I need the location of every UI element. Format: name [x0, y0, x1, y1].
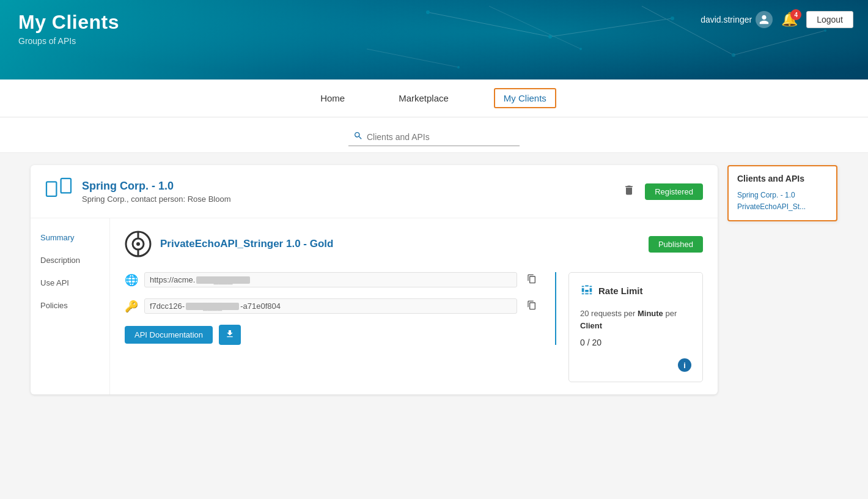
svg-rect-14	[61, 179, 71, 193]
client-name: Spring Corp. - 1.0	[82, 180, 611, 193]
globe-icon: 🌐	[125, 273, 138, 287]
key-icon: 🔑	[125, 300, 138, 313]
nav-item-my-clients[interactable]: My Clients	[494, 88, 556, 108]
svg-line-9	[734, 31, 825, 55]
api-doc-row: API Documentation	[125, 325, 540, 345]
sidebar-item-policies[interactable]: Policies	[40, 301, 100, 310]
client-description: Spring Corp., contact person: Rose Bloom	[82, 194, 611, 204]
svg-point-12	[457, 66, 460, 68]
rate-limit-title: Rate Limit	[598, 286, 643, 296]
logout-button[interactable]: Logout	[806, 11, 853, 28]
rate-limit-box: Rate Limit 20 requests per Minute per Cl…	[568, 272, 703, 382]
svg-point-17	[136, 242, 140, 246]
api-detail: PrivateEchoAPI_Stringer 1.0 - Gold Publi…	[110, 218, 718, 394]
svg-point-6	[579, 48, 582, 50]
sidebar-item-use-api[interactable]: Use API	[40, 278, 100, 287]
api-key-prefix: f7dcc126-	[150, 301, 185, 311]
rate-limit-scope: Client	[580, 321, 602, 330]
svg-point-10	[824, 29, 826, 32]
search-input[interactable]	[367, 132, 515, 142]
api-header: PrivateEchoAPI_Stringer 1.0 - Gold Publi…	[125, 231, 703, 257]
rate-limit-count: 20 requests per	[580, 309, 638, 318]
side-panel-item-0[interactable]: Spring Corp. - 1.0	[737, 190, 828, 201]
svg-point-2	[426, 10, 430, 14]
page-header: My Clients Groups of APIs david.stringer…	[0, 0, 868, 79]
svg-line-5	[489, 6, 581, 49]
svg-line-11	[367, 49, 458, 67]
username-label: david.stringer	[701, 15, 752, 24]
download-button[interactable]	[219, 325, 241, 345]
search-icon	[353, 131, 363, 143]
side-panel: Clients and APIs Spring Corp. - 1.0 Priv…	[727, 165, 837, 221]
svg-point-3	[548, 35, 552, 39]
notification-badge: 4	[790, 9, 801, 20]
rate-limit-period: Minute	[638, 309, 663, 318]
navigation-bar: Home Marketplace My Clients	[0, 79, 868, 117]
copy-url-button[interactable]	[523, 272, 540, 287]
rate-limit-per: per	[663, 309, 677, 318]
registered-status-badge: Registered	[645, 183, 703, 200]
api-name: PrivateEchoAPI_Stringer 1.0 - Gold	[160, 238, 333, 250]
rate-limit-header: Rate Limit	[580, 283, 691, 299]
api-key-suffix: -a71e0f804	[240, 301, 281, 311]
api-documentation-button[interactable]: API Documentation	[125, 326, 213, 344]
notifications-bell[interactable]: 🔔 4	[781, 13, 798, 26]
svg-line-1	[550, 18, 672, 37]
user-info: david.stringer	[701, 11, 773, 28]
rate-limit-icon	[580, 283, 594, 299]
search-bar	[0, 117, 868, 153]
client-info: Spring Corp. - 1.0 Spring Corp., contact…	[82, 180, 611, 204]
api-content: 🌐 https://acme.████	[125, 272, 703, 382]
nav-item-home[interactable]: Home	[312, 89, 353, 107]
url-text: https://acme.	[150, 275, 195, 284]
api-icon	[125, 231, 152, 257]
client-card: Spring Corp. - 1.0 Spring Corp., contact…	[31, 165, 718, 394]
page-subtitle: Groups of APIs	[18, 36, 119, 46]
header-title-block: My Clients Groups of APIs	[18, 11, 119, 46]
api-left-panel: 🌐 https://acme.████	[125, 272, 556, 345]
client-body: Summary Description Use API Policies	[31, 218, 718, 394]
rate-limit-usage: 0 / 20	[580, 338, 691, 347]
url-masked: ████	[196, 276, 249, 284]
header-right: david.stringer 🔔 4 Logout	[701, 11, 853, 28]
url-field: 🌐 https://acme.████	[125, 272, 540, 287]
side-panel-item-1[interactable]: PrivateEchoAPI_St...	[737, 201, 828, 213]
rate-limit-info: i	[580, 358, 691, 372]
user-avatar-icon	[756, 11, 773, 28]
url-value: https://acme.████	[144, 272, 517, 287]
client-icon	[45, 177, 72, 205]
page-title: My Clients	[18, 11, 119, 34]
side-panel-title: Clients and APIs	[737, 174, 828, 183]
nav-item-marketplace[interactable]: Marketplace	[390, 89, 457, 107]
svg-point-4	[671, 17, 674, 20]
api-status-badge: Published	[649, 236, 703, 253]
rate-limit-description: 20 requests per Minute per Client	[580, 308, 691, 331]
svg-point-8	[732, 53, 735, 57]
api-key-field: 🔑 f7dcc126-████-a71e0f804	[125, 298, 540, 314]
client-header: Spring Corp. - 1.0 Spring Corp., contact…	[31, 165, 718, 218]
info-icon[interactable]: i	[678, 358, 691, 372]
delete-client-button[interactable]	[620, 182, 638, 202]
sidebar-item-description[interactable]: Description	[40, 256, 100, 265]
main-content: Spring Corp. - 1.0 Spring Corp., contact…	[12, 153, 856, 407]
client-actions: Registered	[620, 182, 703, 202]
sidebar-navigation: Summary Description Use API Policies	[31, 218, 110, 394]
sidebar-item-summary[interactable]: Summary	[40, 233, 100, 242]
api-key-value: f7dcc126-████-a71e0f804	[144, 298, 517, 314]
search-wrap	[348, 128, 520, 146]
copy-key-button[interactable]	[523, 298, 540, 314]
svg-line-0	[428, 12, 550, 37]
api-title-wrap: PrivateEchoAPI_Stringer 1.0 - Gold	[125, 231, 333, 257]
svg-rect-13	[46, 182, 56, 196]
api-key-masked: ████	[186, 303, 239, 310]
